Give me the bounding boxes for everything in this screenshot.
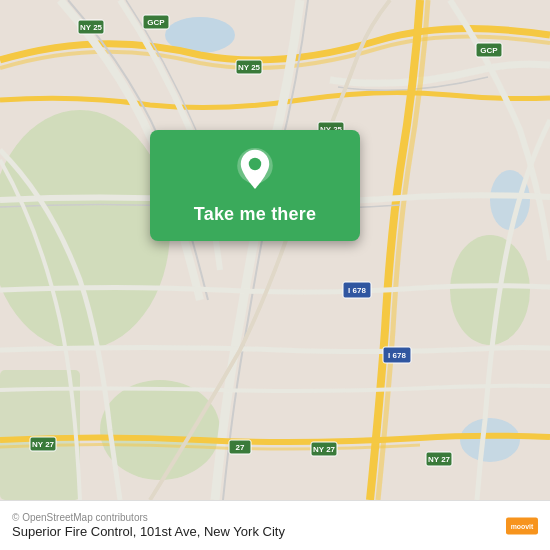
attribution-text: © OpenStreetMap contributors [12,512,285,523]
svg-text:NY 27: NY 27 [428,455,451,464]
svg-point-7 [460,418,520,462]
location-pin-icon [231,148,279,196]
svg-text:I 678: I 678 [388,351,406,360]
svg-text:NY 25: NY 25 [238,63,261,72]
moovit-logo: moovit [506,510,538,542]
svg-point-2 [100,380,220,480]
bottom-bar: © OpenStreetMap contributors Superior Fi… [0,500,550,550]
location-text: Superior Fire Control, 101st Ave, New Yo… [12,524,285,539]
cta-button[interactable]: Take me there [150,130,360,241]
svg-point-31 [249,158,261,170]
cta-button-text: Take me there [194,204,316,225]
moovit-logo-icon: moovit [506,510,538,542]
svg-text:NY 27: NY 27 [313,445,336,454]
svg-text:NY 25: NY 25 [80,23,103,32]
svg-text:moovit: moovit [511,523,534,530]
map-container: NY 25 NY 25 NY 25 GCP GCP I 678 I 678 NY… [0,0,550,500]
svg-text:I 678: I 678 [348,286,366,295]
svg-text:GCP: GCP [147,18,165,27]
svg-text:GCP: GCP [480,46,498,55]
svg-point-3 [450,235,530,345]
bottom-info: © OpenStreetMap contributors Superior Fi… [12,512,285,539]
svg-text:NY 27: NY 27 [32,440,55,449]
svg-text:27: 27 [236,443,245,452]
